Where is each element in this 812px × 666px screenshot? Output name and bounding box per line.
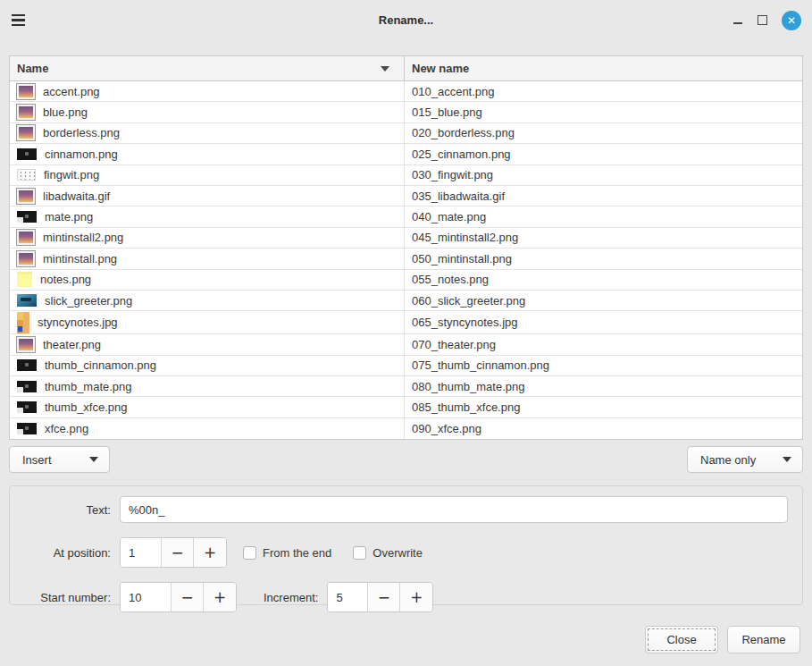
increment-decrement-button[interactable]: −	[368, 583, 400, 611]
at-position-increment-button[interactable]: +	[194, 538, 226, 567]
file-new-name: 040_mate.png	[412, 210, 486, 223]
overwrite-checkbox[interactable]: Overwrite	[353, 546, 423, 560]
table-row[interactable]: thumb_cinnamon.png 075_thumb_cinnamon.pn…	[10, 356, 802, 376]
start-number-input[interactable]	[121, 583, 172, 611]
insert-dropdown-label: Insert	[22, 453, 52, 467]
at-position-input[interactable]	[121, 538, 162, 567]
file-name: thumb_mate.png	[45, 380, 132, 393]
increment-label: Increment:	[264, 591, 318, 604]
file-name: mate.png	[45, 210, 93, 223]
file-new-name: 025_cinnamon.png	[412, 148, 511, 161]
titlebar: Rename... ✕	[0, 0, 812, 40]
file-new-name: 070_theater.png	[412, 338, 496, 351]
at-position-spinner: − +	[120, 537, 227, 568]
table-row[interactable]: slick_greeter.png 060_slick_greeter.png	[10, 291, 802, 311]
file-thumbnail-icon	[17, 337, 35, 352]
sort-descending-icon	[381, 66, 389, 72]
file-new-name: 075_thumb_cinnamon.png	[412, 358, 549, 372]
text-input[interactable]	[120, 496, 788, 523]
column-header-name-label: Name	[17, 62, 48, 75]
table-row[interactable]: cinnamon.png 025_cinnamon.png	[10, 144, 802, 164]
file-new-name: 080_thumb_mate.png	[412, 380, 524, 393]
file-name: cinnamon.png	[45, 148, 118, 161]
file-name: mintinstall.png	[43, 252, 117, 266]
increment-input[interactable]	[328, 583, 368, 611]
table-row[interactable]: libadwaita.gif 035_libadwaita.gif	[10, 186, 802, 207]
file-thumbnail-icon	[17, 272, 32, 287]
chevron-down-icon	[783, 457, 791, 462]
table-row[interactable]: thumb_xfce.png 085_thumb_xfce.png	[10, 397, 802, 417]
table-row[interactable]: blue.png 015_blue.png	[10, 102, 802, 122]
start-number-spinner: − +	[120, 582, 237, 612]
table-row[interactable]: mintinstall2.png 045_mintinstall2.png	[10, 228, 802, 249]
overwrite-label: Overwrite	[373, 546, 423, 560]
file-thumbnail-icon	[17, 401, 37, 413]
table-row[interactable]: theater.png 070_theater.png	[10, 334, 802, 355]
table-row[interactable]: mintinstall.png 050_mintinstall.png	[10, 249, 802, 269]
increment-increment-button[interactable]: +	[400, 583, 432, 611]
close-window-icon[interactable]: ✕	[782, 11, 801, 30]
scope-dropdown[interactable]: Name only	[687, 446, 803, 473]
file-thumbnail-icon	[17, 189, 35, 204]
minimize-button[interactable]	[732, 15, 743, 26]
file-thumbnail-icon	[17, 230, 35, 245]
scope-dropdown-label: Name only	[700, 453, 756, 467]
at-position-label: At position:	[24, 546, 111, 560]
file-thumbnail-icon	[17, 251, 35, 266]
column-header-new-name[interactable]: New name	[405, 56, 802, 80]
file-new-name: 060_slick_greeter.png	[412, 294, 525, 308]
table-row[interactable]: borderless.png 020_borderless.png	[10, 123, 802, 144]
file-name: thumb_xfce.png	[45, 400, 128, 414]
file-thumbnail-icon	[17, 105, 35, 120]
maximize-button[interactable]	[758, 15, 767, 25]
file-new-name: 050_mintinstall.png	[412, 252, 512, 266]
file-thumbnail-icon	[17, 84, 35, 99]
file-new-name: 020_borderless.png	[412, 126, 515, 139]
start-number-increment-button[interactable]: +	[204, 583, 236, 611]
table-row[interactable]: xfce.png 090_xfce.png	[10, 418, 802, 439]
file-thumbnail-icon	[17, 148, 37, 160]
file-new-name: 085_thumb_xfce.png	[412, 400, 520, 414]
checkbox-icon	[243, 546, 256, 560]
file-name: accent.png	[43, 85, 100, 98]
file-thumbnail-icon	[17, 423, 37, 434]
table-header: Name New name	[10, 56, 802, 81]
table-row[interactable]: notes.png 055_notes.png	[10, 270, 802, 291]
file-new-name: 045_mintinstall2.png	[412, 231, 518, 244]
file-thumbnail-icon	[17, 312, 29, 333]
at-position-decrement-button[interactable]: −	[162, 538, 194, 567]
close-button[interactable]: Close	[645, 626, 718, 653]
from-the-end-label: From the end	[263, 546, 331, 560]
file-thumbnail-icon	[17, 211, 37, 223]
table-row[interactable]: fingwit.png 030_fingwit.png	[10, 165, 802, 186]
column-header-new-name-label: New name	[412, 62, 469, 75]
file-name: borderless.png	[43, 126, 120, 139]
number-options-panel: Text: At position: − + From the end Over…	[9, 485, 803, 605]
file-name: theater.png	[43, 338, 101, 351]
file-name: thumb_cinnamon.png	[45, 358, 156, 372]
file-name: mintinstall2.png	[43, 231, 123, 244]
table-row[interactable]: thumb_mate.png 080_thumb_mate.png	[10, 376, 802, 397]
file-new-name: 030_fingwit.png	[412, 168, 493, 181]
file-table: Name New name accent.png 010_accent.png …	[9, 55, 803, 440]
start-number-label: Start number:	[24, 591, 111, 604]
file-new-name: 035_libadwaita.gif	[412, 190, 505, 203]
file-name: notes.png	[40, 273, 91, 286]
table-row[interactable]: styncynotes.jpg 065_styncynotes.jpg	[10, 311, 802, 334]
insert-dropdown[interactable]: Insert	[9, 446, 110, 473]
rename-button[interactable]: Rename	[727, 626, 800, 653]
table-row[interactable]: accent.png 010_accent.png	[10, 81, 802, 102]
menu-icon[interactable]	[11, 10, 32, 31]
file-name: fingwit.png	[44, 168, 99, 181]
table-row[interactable]: mate.png 040_mate.png	[10, 207, 802, 227]
column-header-name[interactable]: Name	[10, 56, 405, 80]
file-thumbnail-icon	[17, 381, 37, 392]
file-new-name: 015_blue.png	[412, 105, 482, 119]
file-thumbnail-icon	[17, 125, 35, 140]
file-thumbnail-icon	[17, 294, 37, 307]
file-new-name: 055_notes.png	[412, 273, 489, 286]
window-title: Rename...	[0, 13, 812, 27]
file-thumbnail-icon	[17, 359, 37, 371]
from-the-end-checkbox[interactable]: From the end	[243, 546, 331, 560]
start-number-decrement-button[interactable]: −	[172, 583, 204, 611]
